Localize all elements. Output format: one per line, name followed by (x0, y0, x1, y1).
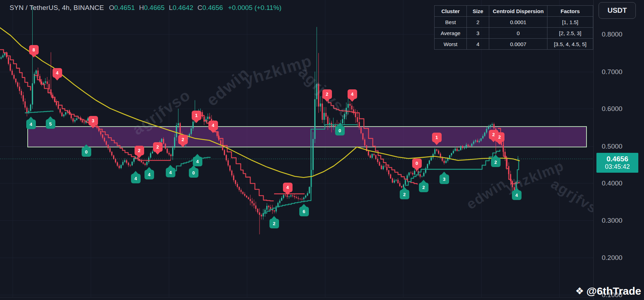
low-label: L (169, 4, 173, 11)
cluster-table-cell: Worst (435, 39, 467, 50)
signal-label-down[interactable]: 4 (53, 68, 62, 78)
cluster-table-cell: 2 (467, 17, 489, 28)
signal-label-down[interactable]: 1 (192, 111, 201, 120)
signal-label-up[interactable]: 4 (193, 157, 202, 166)
signal-label-up[interactable]: 0 (82, 147, 91, 157)
signal-label-up[interactable]: 2 (269, 219, 279, 228)
cluster-table-header: Factors (547, 6, 593, 17)
cluster-table-header: Cluster (435, 6, 467, 17)
open-label: O (109, 4, 114, 11)
signal-label-up[interactable]: 2 (400, 190, 409, 199)
cluster-table-cell: Best (435, 17, 467, 28)
cluster-table-header: Size (467, 6, 489, 17)
signal-label-down[interactable]: 3 (88, 116, 98, 126)
signal-label-down[interactable]: 4 (348, 89, 357, 99)
signal-label-up[interactable]: 4 (26, 120, 36, 129)
cluster-stats-table: ClusterSizeCentroid DispersionFactors Be… (434, 5, 593, 50)
cluster-table-header: Centroid Dispersion (489, 6, 547, 17)
signal-label-up[interactable]: 4 (131, 174, 141, 183)
open-value: 0.4651 (114, 4, 135, 11)
price-axis-label: 0.3000 (602, 217, 622, 224)
close-label: C (197, 4, 202, 11)
signal-label-up[interactable]: 4 (144, 170, 154, 179)
cluster-table-cell: [2, 2.5, 3] (547, 28, 593, 39)
price-axis-label: 0.4000 (602, 179, 622, 187)
cluster-table-cell: Average (435, 28, 467, 39)
trading-chart-app: 4504444026022324843222144240122 agrjfvso… (0, 0, 644, 300)
bar-countdown-timer: 03:45:42 (596, 163, 638, 171)
account-handle: @6thTrade (586, 285, 641, 297)
last-price-value: 0.4656 (596, 155, 638, 163)
signal-label-up[interactable]: 0 (189, 168, 198, 178)
price-scale-axis[interactable]: USDT 0.80000.70000.60000.50000.40000.300… (593, 0, 644, 300)
cluster-table-row: Average30[2, 2.5, 3] (435, 28, 593, 39)
signal-label-down[interactable]: 1 (432, 133, 442, 142)
price-axis-label: 0.8000 (602, 30, 622, 38)
signal-label-down[interactable]: 0 (412, 159, 422, 168)
signal-label-down[interactable]: 8 (29, 45, 39, 55)
signal-label-down[interactable]: 2 (495, 132, 504, 142)
high-value: 0.4665 (144, 4, 165, 11)
price-axis-label: 0.7000 (602, 68, 622, 76)
price-axis-label: 0.5000 (602, 143, 622, 150)
account-watermark: ❖ @6thTrade (575, 285, 641, 297)
cluster-table-cell: 3 (467, 28, 489, 39)
signal-label-up[interactable]: 3 (440, 174, 449, 184)
signal-label-down[interactable]: 2 (178, 135, 188, 144)
signal-label-down[interactable]: 4 (283, 183, 293, 192)
signal-label-down[interactable]: 2 (322, 89, 332, 99)
cluster-table-cell: 4 (467, 39, 489, 50)
signal-label-up[interactable]: 0 (335, 126, 345, 135)
symbol-legend[interactable]: SYN / TetherUS, 4h, BINANCE O0.4651 H0.4… (10, 4, 282, 12)
signal-label-down[interactable]: 4 (208, 121, 218, 130)
cluster-table-row: Worst40.0007[3.5, 4, 4.5, 5] (435, 39, 593, 50)
time-axis[interactable] (0, 297, 644, 300)
signal-label-up[interactable]: 5 (46, 119, 55, 129)
signal-label-up[interactable]: 6 (299, 207, 309, 216)
signal-label-down[interactable]: 2 (135, 146, 144, 155)
signal-label-up[interactable]: 2 (419, 183, 429, 192)
cluster-table-header-row: ClusterSizeCentroid DispersionFactors (435, 6, 593, 17)
cluster-table-cell: [1, 1.5] (547, 17, 593, 28)
signal-label-up[interactable]: 2 (491, 157, 501, 167)
low-value: 0.4642 (173, 4, 193, 11)
signal-label-down[interactable]: 2 (153, 142, 163, 152)
cluster-table-row: Best20.0001[1, 1.5] (435, 17, 593, 28)
price-axis-label: 0.6000 (602, 105, 622, 113)
signal-label-up[interactable]: 4 (166, 168, 175, 177)
cluster-table-cell: [3.5, 4, 4.5, 5] (547, 39, 593, 50)
last-price-badge: 0.4656 03:45:42 (596, 153, 638, 173)
signal-label-up[interactable]: 4 (512, 190, 522, 200)
change-value: +0.0005 (+0.11%) (228, 4, 282, 12)
close-value: 0.4656 (202, 4, 223, 11)
high-label: H (139, 4, 144, 11)
cluster-table-cell: 0 (489, 28, 547, 39)
cluster-table-cell: 0.0001 (489, 17, 547, 28)
currency-toggle-button[interactable]: USDT (599, 2, 636, 19)
chart-pane[interactable]: 4504444026022324843222144240122 agrjfvso… (0, 0, 593, 300)
price-axis-label: 0.2000 (602, 254, 622, 262)
binance-diamond-icon: ❖ (575, 285, 584, 297)
symbol-title[interactable]: SYN / TetherUS, 4h, BINANCE (10, 4, 104, 12)
cluster-table-cell: 0.0007 (489, 39, 547, 50)
ohlc-values: O0.4651 H0.4665 L0.4642 C0.4656 (109, 4, 223, 12)
